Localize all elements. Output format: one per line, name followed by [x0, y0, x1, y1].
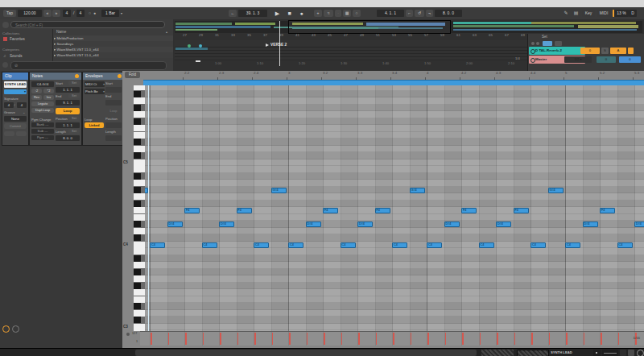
- overview-viewport-box[interactable]: [288, 20, 451, 34]
- piano-key[interactable]: [134, 125, 145, 131]
- track-control[interactable]: [628, 48, 634, 54]
- time-signature-denominator[interactable]: 4: [76, 10, 85, 17]
- piano-key[interactable]: [134, 221, 141, 227]
- midi-note[interactable]: C4: [254, 242, 269, 248]
- punch-out-icon[interactable]: ¬: [426, 10, 433, 17]
- velocity-stem[interactable]: [531, 333, 533, 345]
- track-control[interactable]: 1/2 ▾: [564, 56, 592, 63]
- groove-chooser[interactable]: None: [4, 116, 27, 122]
- piano-key[interactable]: [134, 310, 145, 317]
- midi-note[interactable]: G#4: [271, 188, 287, 193]
- piano-key[interactable]: [134, 317, 141, 323]
- sort-arrow-icon[interactable]: ▴: [166, 30, 167, 34]
- halve-time-button[interactable]: :2: [31, 89, 42, 93]
- velocity-stem[interactable]: [151, 333, 152, 345]
- filter-icon[interactable]: ⊘: [14, 63, 18, 68]
- piano-key[interactable]: [134, 180, 145, 186]
- time-ruler[interactable]: 1:001:101:201:301:401:502:002:10: [173, 61, 527, 68]
- piano-key[interactable]: [134, 234, 141, 241]
- velocity-stem[interactable]: [341, 333, 343, 345]
- velocity-stem[interactable]: [324, 333, 325, 345]
- velocity-stem[interactable]: [358, 333, 360, 345]
- piano-key[interactable]: [134, 201, 141, 207]
- loop-start-field[interactable]: 4. 1. 1: [377, 10, 404, 17]
- velocity-stem[interactable]: [566, 333, 568, 345]
- crossfade-hatch-b[interactable]: [517, 350, 549, 356]
- set-length-button[interactable]: Set: [68, 129, 80, 134]
- piano-key[interactable]: [134, 275, 145, 282]
- midi-note[interactable]: C4: [288, 242, 303, 248]
- velocity-stem[interactable]: [549, 333, 551, 345]
- session-record-button[interactable]: ○: [353, 10, 361, 17]
- piano-key[interactable]: [134, 214, 145, 221]
- piano-key[interactable]: [134, 118, 141, 125]
- set-locator-button[interactable]: Set: [542, 35, 547, 39]
- velocity-stem[interactable]: [185, 333, 187, 345]
- piano-key[interactable]: [134, 132, 145, 139]
- clip-color-chooser[interactable]: ▾: [4, 89, 27, 94]
- loop-toggle-icon[interactable]: ↺: [415, 10, 424, 17]
- velocity-stem[interactable]: [411, 333, 412, 345]
- midi-note[interactable]: C4: [565, 242, 580, 248]
- list-header-name[interactable]: Name: [56, 30, 66, 34]
- midi-note[interactable]: F4: [461, 208, 477, 213]
- quantize-caret-icon[interactable]: ▾: [119, 10, 124, 17]
- midi-note[interactable]: G#4: [410, 188, 425, 193]
- clip-box-show-toggle[interactable]: [2, 325, 10, 333]
- linked-button[interactable]: Linked: [85, 122, 104, 128]
- envelope-device-chooser[interactable]: MIDI Ct▾: [85, 81, 105, 87]
- clip-end-field[interactable]: 9. 1. 1: [56, 100, 80, 106]
- capture-midi-icon[interactable]: ▦: [343, 10, 351, 17]
- midi-note[interactable]: F4: [184, 208, 200, 213]
- tap-tempo-button[interactable]: Tap: [3, 10, 16, 17]
- tempo-field[interactable]: 120.00: [18, 10, 42, 17]
- clip-strip[interactable]: [175, 48, 208, 50]
- midi-note[interactable]: D#4: [634, 221, 644, 227]
- list-item[interactable]: ▸ MeldaProduction: [54, 35, 173, 41]
- midi-note[interactable]: C4: [530, 242, 546, 248]
- piano-key[interactable]: [134, 146, 145, 152]
- note-grid[interactable]: C4D#4F4C4D#4F4C4G#4C4D#4F4C4D#4F4C4G#4C4…: [145, 85, 644, 331]
- velocity-lane[interactable]: [140, 331, 644, 346]
- arrangement-position-field[interactable]: 39. 1. 3: [238, 10, 267, 17]
- piano-key[interactable]: [134, 296, 145, 303]
- midi-note[interactable]: F4: [600, 208, 615, 213]
- mini-volume-control[interactable]: [628, 350, 634, 356]
- punch-in-icon[interactable]: ⌐: [406, 10, 413, 17]
- quantize-menu[interactable]: 1 Bar: [101, 10, 119, 17]
- midi-note[interactable]: C4: [341, 242, 356, 248]
- midi-note[interactable]: D#4: [583, 221, 598, 227]
- velocity-stem[interactable]: [237, 333, 239, 345]
- piano-key[interactable]: [134, 166, 145, 172]
- clip-extra-button-2[interactable]: [16, 131, 27, 136]
- search-input[interactable]: Search (Ctrl + F): [10, 21, 165, 28]
- velocity-stem[interactable]: [289, 333, 291, 345]
- piano-key[interactable]: [134, 255, 141, 262]
- clip-start-field[interactable]: 1. 1. 1: [56, 87, 80, 93]
- midi-note[interactable]: C4: [617, 242, 633, 248]
- beat-ruler[interactable]: 2.22.32.433.23.33.444.24.34.455.25.3: [122, 71, 644, 80]
- sidebar-item-sounds[interactable]: Sounds: [10, 54, 23, 58]
- track-control[interactable]: 0: [597, 56, 616, 63]
- piano-keyboard[interactable]: [134, 85, 145, 331]
- velocity-stem[interactable]: [601, 333, 602, 345]
- loop-toggle-button[interactable]: Loop: [56, 108, 80, 114]
- velocity-stem[interactable]: [272, 333, 274, 345]
- piano-key[interactable]: [134, 303, 141, 309]
- piano-key[interactable]: [134, 228, 145, 234]
- piano-key[interactable]: [134, 262, 145, 268]
- velocity-stem[interactable]: [220, 333, 221, 345]
- record-arm-icon[interactable]: [530, 49, 535, 54]
- midi-note[interactable]: D#4: [496, 221, 511, 227]
- loop-length-field[interactable]: 8. 0. 0: [56, 135, 80, 141]
- computer-midi-keyboard-icon[interactable]: ▤: [572, 10, 580, 17]
- track-control[interactable]: 0: [580, 48, 600, 54]
- midi-note[interactable]: D#4: [167, 221, 183, 227]
- set-end-button[interactable]: Set: [68, 93, 80, 98]
- track-control[interactable]: S: [601, 48, 609, 54]
- notification-icon[interactable]: [637, 350, 644, 356]
- midi-note[interactable]: F4: [514, 208, 529, 213]
- notes-box-toggle-icon[interactable]: [75, 74, 79, 78]
- reverse-button[interactable]: Rev: [31, 95, 42, 100]
- velocity-stem[interactable]: [203, 333, 204, 345]
